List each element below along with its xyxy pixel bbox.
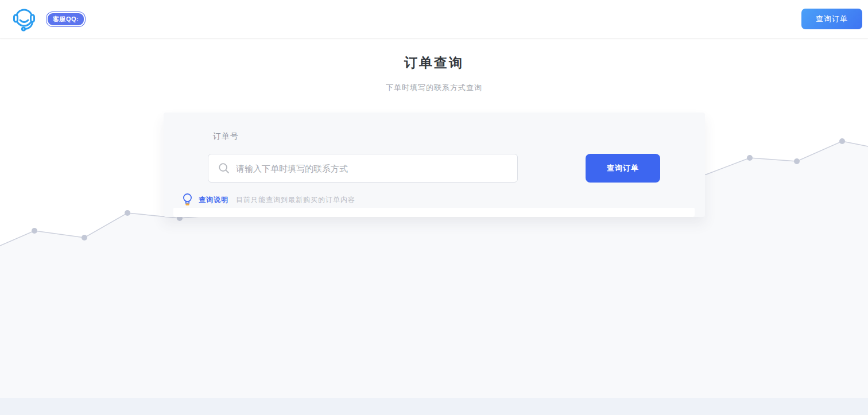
page-subtitle: 下单时填写的联系方式查询 [0, 83, 868, 93]
customer-service-qq-badge[interactable]: 客服QQ: [46, 12, 85, 26]
page-title: 订单查询 [0, 54, 868, 72]
order-contact-input[interactable] [208, 154, 518, 183]
lightbulb-icon [183, 193, 192, 207]
order-input-wrapper [208, 154, 518, 183]
order-query-page: 客服QQ: 查询订单 订单查询 下单时填写的联系方式查询 订单号 查询订单 [0, 0, 868, 415]
query-hint-text: 目前只能查询到最新购买的订单内容 [236, 195, 355, 205]
order-query-card: 订单号 查询订单 查询说明 目前只能查询到最新购买的订单内容 [164, 113, 705, 217]
query-hint-label: 查询说明 [199, 195, 228, 205]
footer-bar [0, 398, 868, 415]
query-hint-row: 查询说明 目前只能查询到最新购买的订单内容 [183, 193, 355, 207]
header-left-group: 客服QQ: [10, 5, 85, 33]
header-query-order-button[interactable]: 查询订单 [801, 9, 862, 29]
hero-section: 订单查询 下单时填写的联系方式查询 [0, 38, 868, 93]
top-header: 客服QQ: 查询订单 [0, 0, 868, 38]
search-icon [218, 162, 230, 174]
result-panel-strip [173, 208, 695, 217]
headset-logo-icon [10, 5, 38, 33]
submit-query-order-button[interactable]: 查询订单 [586, 154, 660, 183]
order-number-label: 订单号 [213, 131, 239, 142]
